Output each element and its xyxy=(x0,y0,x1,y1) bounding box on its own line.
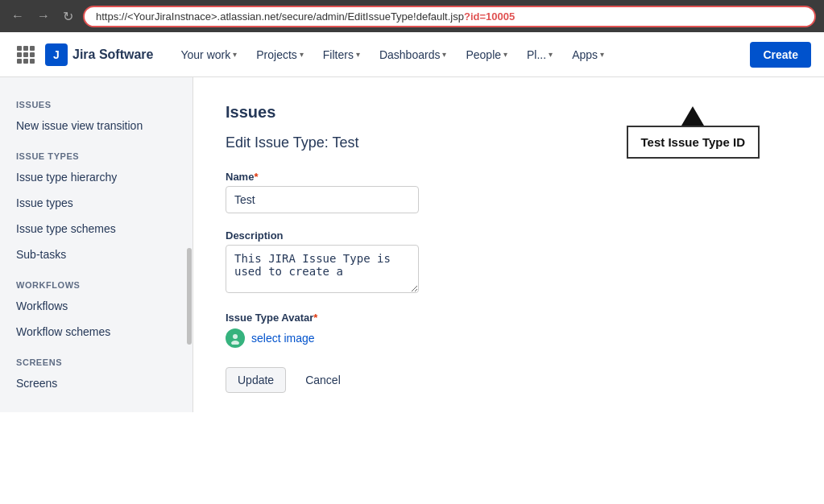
jira-logo: J xyxy=(45,43,68,66)
sidebar-section-screens: SCREENS xyxy=(0,345,193,370)
avatar-icon xyxy=(226,328,245,348)
nav-pl[interactable]: Pl... ▾ xyxy=(519,42,561,68)
sidebar-scrollbar[interactable] xyxy=(187,248,192,345)
refresh-button[interactable]: ↻ xyxy=(60,6,77,27)
sidebar-wrapper: Issues New issue view transition ISSUE T… xyxy=(0,77,193,504)
nav-people[interactable]: People ▾ xyxy=(458,42,516,68)
chevron-down-icon: ▾ xyxy=(300,50,304,59)
sidebar-item-issue-types[interactable]: Issue types xyxy=(0,190,193,216)
page-layout: Issues New issue view transition ISSUE T… xyxy=(0,77,824,504)
sidebar-item-workflow-schemes[interactable]: Workflow schemes xyxy=(0,319,193,345)
create-button[interactable]: Create xyxy=(750,42,811,68)
sidebar-section-workflows: WORKFLOWS xyxy=(0,267,193,293)
brand-logo-area[interactable]: J Jira Software xyxy=(45,43,153,66)
sidebar-section-issue-types: ISSUE TYPES xyxy=(0,138,193,164)
url-highlight: ?id=10005 xyxy=(464,10,515,23)
grid-dots xyxy=(17,46,35,64)
chevron-down-icon: ▾ xyxy=(442,50,446,59)
avatar-section: select image xyxy=(226,328,792,348)
nav-projects[interactable]: Projects ▾ xyxy=(248,42,312,68)
sidebar-item-screens[interactable]: Screens xyxy=(0,370,193,396)
sidebar-item-issue-type-schemes[interactable]: Issue type schemes xyxy=(0,216,193,242)
required-star: * xyxy=(254,171,258,183)
form-actions: Update Cancel xyxy=(226,367,792,393)
svg-point-1 xyxy=(233,334,238,339)
description-form-group: Description This JIRA Issue Type is used… xyxy=(226,229,792,295)
description-label: Description xyxy=(226,229,792,242)
nav-links: Your work ▾ Projects ▾ Filters ▾ Dashboa… xyxy=(172,42,750,68)
brand-name: Jira Software xyxy=(72,48,153,62)
avatar-svg xyxy=(229,332,242,345)
sidebar-item-new-issue-view[interactable]: New issue view transition xyxy=(0,113,193,138)
browser-chrome: ← → ↻ https://<YourJiraInstnace>.atlassi… xyxy=(0,0,824,32)
nav-filters[interactable]: Filters ▾ xyxy=(315,42,368,68)
sidebar-top-label: Issues xyxy=(0,93,193,113)
chevron-down-icon: ▾ xyxy=(549,50,553,59)
chevron-down-icon: ▾ xyxy=(356,50,360,59)
arrow-up-icon xyxy=(681,106,704,126)
name-label: Name* xyxy=(226,171,792,183)
back-button[interactable]: ← xyxy=(8,6,27,27)
forward-button[interactable]: → xyxy=(34,6,53,27)
select-image-link[interactable]: select image xyxy=(251,332,315,345)
chevron-down-icon: ▾ xyxy=(233,50,237,59)
annotation-container: Test Issue Type ID xyxy=(627,126,760,159)
nav-apps[interactable]: Apps ▾ xyxy=(564,42,612,68)
top-navbar: J Jira Software Your work ▾ Projects ▾ F… xyxy=(0,32,824,77)
name-form-group: Name* xyxy=(226,171,792,213)
avatar-form-group: Issue Type Avatar* select image xyxy=(226,312,792,348)
nav-your-work[interactable]: Your work ▾ xyxy=(172,42,245,68)
sidebar: Issues New issue view transition ISSUE T… xyxy=(0,77,193,412)
grid-menu-icon[interactable] xyxy=(13,42,39,68)
cancel-button[interactable]: Cancel xyxy=(294,367,352,393)
avatar-required-star: * xyxy=(313,312,317,324)
sidebar-item-sub-tasks[interactable]: Sub-tasks xyxy=(0,242,193,267)
annotation-label: Test Issue Type ID xyxy=(641,135,746,149)
avatar-label: Issue Type Avatar* xyxy=(226,312,792,324)
name-input[interactable] xyxy=(226,186,419,213)
update-button[interactable]: Update xyxy=(226,367,286,393)
chevron-down-icon: ▾ xyxy=(600,50,604,59)
main-content: Issues Edit Issue Type: Test Name* Descr… xyxy=(193,77,824,504)
annotation-box: Test Issue Type ID xyxy=(627,126,760,159)
chevron-down-icon: ▾ xyxy=(503,50,507,59)
description-textarea[interactable]: This JIRA Issue Type is used to create a xyxy=(226,245,419,293)
sidebar-item-workflows[interactable]: Workflows xyxy=(0,293,193,319)
url-bar[interactable]: https://<YourJiraInstnace>.atlassian.net… xyxy=(83,6,816,27)
page-section-title: Issues xyxy=(226,103,792,122)
sidebar-item-issue-type-hierarchy[interactable]: Issue type hierarchy xyxy=(0,164,193,190)
nav-dashboards[interactable]: Dashboards ▾ xyxy=(371,42,455,68)
url-prefix: https://<YourJiraInstnace>.atlassian.net… xyxy=(96,10,464,23)
